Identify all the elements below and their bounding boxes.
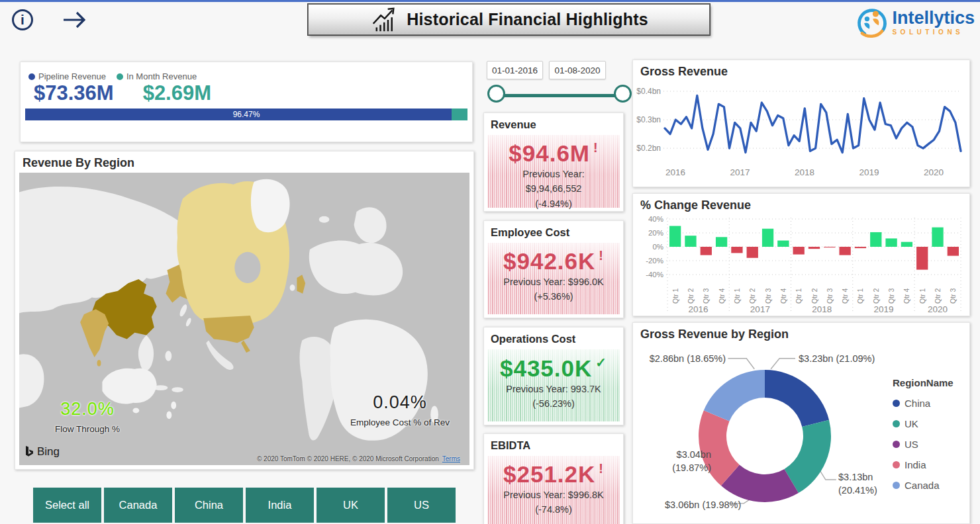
info-icon[interactable]: i [9,7,36,33]
bar-5 [901,242,912,247]
india-dot [893,461,900,468]
legend-item-in-month-revenue[interactable]: In Month Revenue [117,71,197,81]
svg-text:Qtr 2: Qtr 2 [934,288,942,304]
kpi-prev-line: Previous Year: $996.8K [487,488,620,502]
chart-title: Gross Revenue by Region [633,323,969,341]
bar-5 [839,247,850,255]
pct-change-bar-chart[interactable]: 40%20%0%-20%-40%Qtr 1Qtr 2Qtr 3Qtr 4Qtr … [633,212,967,315]
date-slider-handle-start[interactable] [487,85,505,103]
flow-through-value: 32.0% [38,399,137,419]
map-title: Revenue By Region [15,152,473,170]
legend-item-uk[interactable]: UK [893,418,954,429]
kpi-prev-line: Previous Year: 993.7K [487,382,620,396]
date-slider-handle-end[interactable] [614,85,632,103]
progress-bar[interactable]: 96.47% [25,109,467,120]
svg-text:i: i [21,12,24,27]
bar-5 [824,247,835,247]
button-canada[interactable]: Canada [104,488,172,523]
alert-icon: ! [599,461,604,476]
legend-item-india[interactable]: India [893,459,954,470]
forward-arrow-icon[interactable] [60,7,90,33]
kpi-card-operations-cost[interactable]: Operations Cost $435.0K✓ Previous Year: … [483,327,624,425]
chart-title: Gross Revenue [633,60,969,79]
gross-revenue-line-chart[interactable]: $0.4bn$0.3bn$0.2bn20162017201820192020 [633,79,967,181]
svg-text:2017: 2017 [750,304,770,314]
employee-cost-pct-stat: 0.04% Employee Cost % of Rev [344,392,456,427]
pct-change-revenue-chart-card: % Change Revenue 40%20%0%-20%-40%Qtr 1Qt… [632,193,970,316]
button-us[interactable]: US [387,488,456,523]
kpi-value: $942.6K! [487,248,620,275]
donut-label-us: $3.06bn (19.98%) [665,499,777,512]
terms-link[interactable]: Terms [442,455,460,462]
kpi-prev-line: $9,94,66,552 [487,181,620,196]
date-slider-track[interactable] [498,94,624,97]
svg-text:2017: 2017 [730,167,750,177]
date-end-input[interactable] [549,61,606,79]
pipeline-legend: Pipeline Revenue In Month Revenue [28,71,197,81]
progress-label: 96.47% [25,109,467,120]
donut-slice-china[interactable] [765,370,829,427]
legend-item-canada[interactable]: Canada [893,480,954,491]
uk-dot [893,420,900,427]
kpi-card-employee-cost[interactable]: Employee Cost $942.6K! Previous Year: $9… [483,220,624,318]
gross-revenue-chart-card: Gross Revenue $0.4bn$0.3bn$0.2bn20162017… [632,60,970,187]
legend-item-pipeline-revenue[interactable]: Pipeline Revenue [28,71,106,81]
bar-5 [669,226,681,247]
button-select-all[interactable]: Select all [33,488,101,523]
svg-text:Qtr 4: Qtr 4 [779,288,787,304]
bing-logo: Bing [24,445,60,459]
hudson-bay [234,252,260,283]
svg-text:Qtr 1: Qtr 1 [918,288,926,304]
bar-5 [855,247,866,248]
bar-5 [885,238,897,247]
svg-text:Qtr 1: Qtr 1 [856,288,864,304]
ireland [290,284,295,291]
svg-text:2018: 2018 [812,304,832,314]
donut-legend: RegionName China UK US India Canada [893,377,954,491]
bar-5 [808,247,820,249]
kpi-prev-line: (-56.23%) [487,396,620,411]
svg-text:Qtr 3: Qtr 3 [826,288,834,304]
svg-text:$0.4bn: $0.4bn [636,87,661,96]
svg-text:2019: 2019 [859,167,879,177]
flow-through-stat: 32.0% Flow Through % [38,399,137,434]
logo-tagline: SOLUTIONS [892,28,975,36]
svg-text:-40%: -40% [646,271,663,279]
kpi-title: Employee Cost [491,226,616,239]
report-title-banner[interactable]: Historical Financial Highlights [308,4,710,35]
gross-revenue-by-region-card: Gross Revenue by Region $3.23bn (21.09%)… [632,322,970,524]
kpi-title: Revenue [491,118,616,131]
kpi-prev-line: Previous Year: [487,167,620,181]
kpi-prev-line: (+5.36%) [487,289,620,304]
logo-name: Intellytics [892,9,975,27]
legend-item-china[interactable]: China [893,398,954,409]
pipeline-revenue-dot [28,73,35,80]
bing-map[interactable]: 32.0% Flow Through % 0.04% Employee Cost… [19,173,469,465]
logo-icon [855,5,889,40]
svg-text:0%: 0% [652,243,663,251]
kpi-prev-line: (-74.8%) [487,502,620,517]
bar-5 [948,247,959,256]
svg-text:2016: 2016 [689,304,709,314]
svg-text:Qtr 2: Qtr 2 [748,288,756,304]
kpi-title: Operations Cost [491,333,616,345]
button-india[interactable]: India [246,488,314,523]
button-uk[interactable]: UK [317,488,385,523]
landmass-greenland [251,179,290,232]
kpi-card-ebidta[interactable]: EBIDTA $251.2K! Previous Year: $996.8K (… [483,433,624,524]
svg-text:2016: 2016 [665,167,685,177]
svg-text:-20%: -20% [646,257,663,265]
kpi-card-revenue[interactable]: Revenue $94.6M! Previous Year: $9,94,66,… [483,112,624,212]
svg-text:2020: 2020 [928,304,948,314]
legend-item-us[interactable]: US [893,439,954,450]
bing-icon [24,445,34,459]
button-china[interactable]: China [175,488,243,523]
donut-slice-canada[interactable] [704,370,765,421]
region-donut-chart[interactable] [689,360,841,512]
kpi-value: $251.2K! [487,461,620,488]
revenue-by-region-card: Revenue By Region [15,151,474,470]
svg-text:Qtr 1: Qtr 1 [671,288,679,304]
date-start-input[interactable] [487,61,543,79]
kpi-prev-line: Previous Year: $996.0K [487,275,620,289]
svg-text:Qtr 2: Qtr 2 [687,288,695,304]
